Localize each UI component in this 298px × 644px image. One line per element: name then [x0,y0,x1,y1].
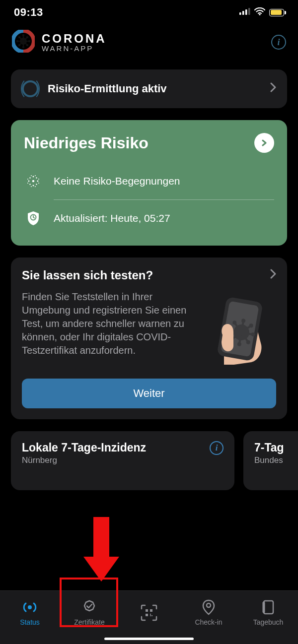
status-icon [21,599,38,615]
tab-status[interactable]: Status [0,591,60,634]
home-indicator [104,638,194,640]
tab-bar: Status Zertifikate Check-in Tagebuch [0,590,298,644]
divider [54,199,274,200]
tab-checkin[interactable]: Check-in [179,591,238,634]
svg-point-33 [35,175,36,176]
svg-point-21 [26,36,29,39]
tab-tagebuch-label: Tagebuch [253,618,284,626]
svg-point-26 [28,181,30,182]
tracing-active-icon [22,80,39,97]
wifi-icon [254,7,265,17]
svg-rect-3 [248,8,250,15]
svg-point-19 [26,44,29,47]
qr-scan-icon [139,605,159,621]
svg-point-38 [38,179,39,180]
risk-level-card[interactable]: Niedriges Risiko [11,120,287,246]
status-icons [239,7,284,17]
svg-point-28 [29,177,30,178]
svg-rect-58 [150,609,152,612]
hand-phone-illustration [202,290,276,365]
svg-point-24 [33,176,34,178]
svg-point-15 [22,34,25,37]
incidence-scroll[interactable]: Lokale 7-Tage-Inzidenz Nürnberg i 7-Tag … [11,431,287,490]
svg-point-4 [259,14,260,15]
virus-dots-icon [26,174,41,189]
chevron-right-icon [270,82,276,95]
test-card-description: Finden Sie Teststellen in Ihrer Umgebung… [22,290,197,357]
diary-icon [262,599,275,615]
certificate-icon [81,599,97,615]
app-header: CORONA WARN-APP i [0,25,298,69]
tab-tagebuch[interactable]: Tagebuch [238,591,298,634]
local-incidence-title: Lokale 7-Tage-Inzidenz [22,441,224,454]
tab-status-label: Status [20,618,40,626]
app-title: CORONA [42,32,107,45]
svg-point-29 [36,177,37,178]
risk-encounters-text: Keine Risiko-Begegnungen [54,175,180,187]
national-incidence-card[interactable]: 7-Tag Bundes [243,431,298,490]
svg-point-35 [35,186,36,187]
svg-point-36 [27,179,28,180]
chevron-right-icon [270,269,276,282]
location-pin-icon [202,599,215,615]
svg-point-56 [28,605,32,609]
risk-encounters-row: Keine Risiko-Begegnungen [24,174,274,189]
risk-level-title: Niedriges Risiko [24,134,149,152]
test-card[interactable]: Sie lassen sich testen? Finden Sie Tests… [11,258,287,419]
status-bar: 09:13 [0,0,298,25]
continue-button-label: Weiter [133,387,164,400]
tab-checkin-label: Check-in [195,618,222,626]
svg-point-18 [28,40,31,43]
shield-clock-icon [26,211,41,226]
svg-point-63 [207,603,211,607]
risk-updated-row: Aktualisiert: Heute, 05:27 [24,211,274,226]
continue-button[interactable]: Weiter [22,379,276,408]
app-logo: CORONA WARN-APP [12,30,107,55]
svg-point-20 [18,44,21,47]
svg-point-31 [36,184,37,185]
local-incidence-card[interactable]: Lokale 7-Tage-Inzidenz Nürnberg i [11,431,234,490]
svg-point-27 [37,181,39,182]
svg-point-34 [31,186,32,187]
cellular-icon [239,8,250,17]
svg-point-17 [16,40,19,43]
svg-point-30 [29,184,30,185]
risk-detail-button[interactable] [254,133,274,153]
svg-point-22 [18,36,21,39]
svg-rect-1 [242,11,244,15]
svg-rect-61 [151,615,152,616]
svg-rect-57 [146,609,148,612]
svg-rect-62 [150,615,151,616]
svg-rect-64 [264,601,273,614]
risk-updated-text: Aktualisiert: Heute, 05:27 [54,212,170,224]
local-incidence-location: Nürnberg [22,455,224,465]
national-incidence-title: 7-Tag [254,441,298,454]
tab-zertifikate[interactable]: Zertifikate [60,591,119,634]
battery-icon [269,9,284,16]
annotation-arrow [83,517,119,581]
svg-rect-59 [146,614,148,616]
tab-zertifikate-label: Zertifikate [74,618,104,626]
svg-point-32 [31,175,32,176]
svg-point-25 [33,185,34,187]
svg-point-39 [38,183,39,184]
risk-tracing-title: Risiko-Ermittlung aktiv [48,82,261,95]
test-card-title: Sie lassen sich testen? [22,268,153,282]
svg-rect-60 [150,614,151,615]
svg-point-23 [32,180,34,182]
svg-point-16 [22,46,25,49]
svg-point-37 [27,183,28,184]
info-icon[interactable]: i [210,441,224,455]
info-icon[interactable]: i [271,35,286,50]
svg-rect-0 [239,12,241,15]
app-subtitle: WARN-APP [42,45,107,53]
tab-scan[interactable] [119,591,179,634]
clock: 09:13 [14,6,43,19]
national-incidence-location: Bundes [254,455,298,465]
corona-logo-icon [12,30,35,55]
risk-tracing-card[interactable]: Risiko-Ermittlung aktiv [11,69,287,108]
svg-rect-2 [245,9,247,15]
